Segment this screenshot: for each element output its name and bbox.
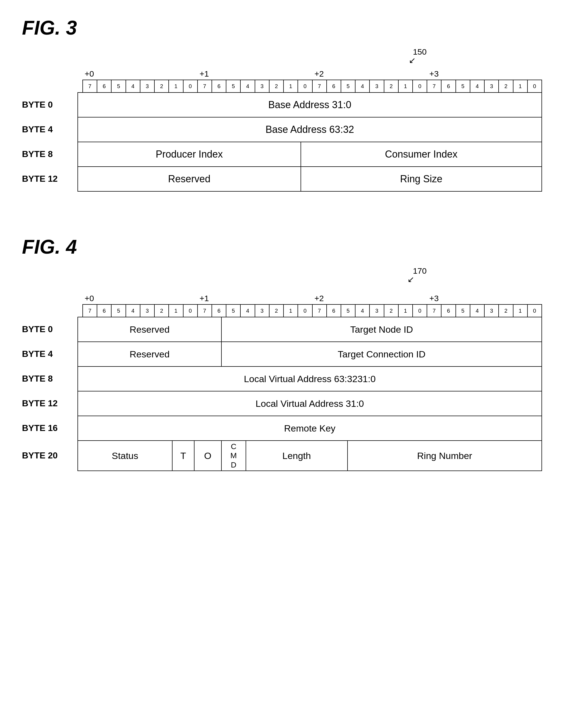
fig3-offset-0: +0 <box>82 69 197 79</box>
bit-7a: 7 <box>83 80 97 92</box>
fig4-offset-0: +0 <box>82 294 197 303</box>
fig4-local-virtual-addr-low: Local Virtual Address 31:0 <box>78 391 542 416</box>
bit-6a: 6 <box>97 80 111 92</box>
bit-1b: 1 <box>284 80 298 92</box>
fig4-row-byte16: Remote Key <box>78 416 542 441</box>
bit-3b: 3 <box>255 80 269 92</box>
fig3-offset-2: +2 <box>313 69 427 79</box>
fig3-offset-1: +1 <box>197 69 312 79</box>
bit-4b: 4 <box>241 80 255 92</box>
fig4-remote-key: Remote Key <box>78 416 542 441</box>
fig4-length: Length <box>246 441 348 471</box>
bit-5d: 5 <box>456 80 470 92</box>
fig3-data-table: Base Address 31:0 Base Address 63:32 Pro… <box>77 92 542 192</box>
fig4-byte0-label: BYTE 0 <box>22 317 77 341</box>
fig4-local-virtual-addr-high: Local Virtual Address 63:3231:0 <box>78 366 542 391</box>
fig3-offset-row: +0 +1 +2 +3 <box>82 69 542 79</box>
fig3-diagram: FIG. 3 150 ↙ +0 +1 +2 +3 7 6 5 4 3 2 1 0… <box>22 16 542 192</box>
fig3-arrow: ↙ <box>409 55 416 65</box>
fig4-byte20-label: BYTE 20 <box>22 440 77 471</box>
bit-7b: 7 <box>198 80 212 92</box>
fig3-reserved: Reserved <box>78 167 301 191</box>
fig4-o: O <box>194 441 221 471</box>
fig4-byte0-reserved: Reserved <box>78 317 221 342</box>
fig4-offset-2: +2 <box>313 294 427 303</box>
fig4-arrow: ↙ <box>408 275 414 284</box>
fig4-cmd: CMD <box>221 441 246 471</box>
bit-7c: 7 <box>313 80 327 92</box>
bit-2b: 2 <box>269 80 284 92</box>
fig4-bit-row: 7 6 5 4 3 2 1 0 7 6 5 4 3 2 1 0 7 6 5 4 … <box>82 304 542 317</box>
fig4-status: Status <box>78 441 172 471</box>
fig4-callout: 170 <box>413 266 427 276</box>
bit-2c: 2 <box>384 80 399 92</box>
fig4-row-byte8: Local Virtual Address 63:3231:0 <box>78 366 542 391</box>
fig4-row-byte4: Reserved Target Connection ID <box>78 342 542 366</box>
bit-4d: 4 <box>470 80 485 92</box>
fig3-title: FIG. 3 <box>22 16 542 39</box>
fig3-byte8-label: BYTE 8 <box>22 142 77 166</box>
fig3-table: BYTE 0 BYTE 4 BYTE 8 BYTE 12 Base Addres… <box>22 92 542 192</box>
fig3-byte0-label: BYTE 0 <box>22 92 77 117</box>
bit-1d: 1 <box>513 80 528 92</box>
fig4-byte16-label: BYTE 16 <box>22 416 77 440</box>
fig4-t: T <box>172 441 194 471</box>
bit-0d: 0 <box>528 80 542 92</box>
fig3-producer-index: Producer Index <box>78 142 301 167</box>
fig4-diagram: FIG. 4 170 ↙ +0 +1 +2 +3 7 6 5 4 3 2 1 0… <box>22 236 542 471</box>
fig4-header: +0 +1 +2 +3 7 6 5 4 3 2 1 0 7 6 5 4 3 2 … <box>82 294 542 317</box>
bit-2d: 2 <box>499 80 513 92</box>
fig3-callout: 150 <box>413 47 427 57</box>
fig4-byte4-reserved: Reserved <box>78 342 221 366</box>
bit-6b: 6 <box>212 80 226 92</box>
bit-2a: 2 <box>155 80 169 92</box>
fig4-target-node-id: Target Node ID <box>221 317 542 342</box>
bit-6d: 6 <box>442 80 456 92</box>
bit-1c: 1 <box>399 80 413 92</box>
bit-3d: 3 <box>485 80 499 92</box>
bit-6c: 6 <box>327 80 341 92</box>
fig3-byte4-label: BYTE 4 <box>22 117 77 142</box>
fig4-byte12-label: BYTE 12 <box>22 391 77 416</box>
fig4-data-table: Reserved Target Node ID Reserved Target … <box>77 317 542 471</box>
fig4-byte8-label: BYTE 8 <box>22 366 77 391</box>
fig3-ring-size: Ring Size <box>301 167 542 191</box>
fig3-byte-labels: BYTE 0 BYTE 4 BYTE 8 BYTE 12 <box>22 92 77 192</box>
fig3-byte12-label: BYTE 12 <box>22 166 77 191</box>
bit-1a: 1 <box>169 80 183 92</box>
fig3-row-byte0: Base Address 31:0 <box>78 93 542 117</box>
bit-4a: 4 <box>126 80 140 92</box>
fig4-row-byte20: Status T O CMD Length Ring Number <box>78 441 542 471</box>
fig4-ring-number: Ring Number <box>348 441 542 471</box>
fig4-table: BYTE 0 BYTE 4 BYTE 8 BYTE 12 BYTE 16 BYT… <box>22 317 542 471</box>
fig3-row-byte4: Base Address 63:32 <box>78 117 542 142</box>
fig4-offset-1: +1 <box>197 294 312 303</box>
fig3-header: +0 +1 +2 +3 7 6 5 4 3 2 1 0 7 6 5 4 3 2 … <box>82 69 542 92</box>
fig3-consumer-index: Consumer Index <box>301 142 542 167</box>
bit-5c: 5 <box>341 80 356 92</box>
bit-5b: 5 <box>226 80 241 92</box>
bit-0a: 0 <box>183 80 198 92</box>
fig3-bit-row: 7 6 5 4 3 2 1 0 7 6 5 4 3 2 1 0 7 6 5 4 … <box>82 80 542 92</box>
fig4-offset-row: +0 +1 +2 +3 <box>82 294 542 303</box>
fig4-title: FIG. 4 <box>22 236 542 258</box>
fig4-target-connection-id: Target Connection ID <box>221 342 542 366</box>
bit-3a: 3 <box>140 80 155 92</box>
bit-0c: 0 <box>413 80 427 92</box>
fig3-offset-3: +3 <box>427 69 542 79</box>
bit-7d: 7 <box>427 80 442 92</box>
fig4-row-byte0: Reserved Target Node ID <box>78 317 542 342</box>
fig3-row-byte12: Reserved Ring Size <box>78 167 542 191</box>
bit-5a: 5 <box>111 80 126 92</box>
fig4-offset-3: +3 <box>427 294 542 303</box>
fig3-base-addr-31-0: Base Address 31:0 <box>78 93 542 117</box>
fig4-byte4-label: BYTE 4 <box>22 341 77 366</box>
bit-3c: 3 <box>370 80 384 92</box>
fig4-row-byte12: Local Virtual Address 31:0 <box>78 391 542 416</box>
bit-0b: 0 <box>298 80 313 92</box>
bit-4c: 4 <box>356 80 370 92</box>
fig3-row-byte8: Producer Index Consumer Index <box>78 142 542 167</box>
fig4-byte-labels: BYTE 0 BYTE 4 BYTE 8 BYTE 12 BYTE 16 BYT… <box>22 317 77 471</box>
fig3-base-addr-63-32: Base Address 63:32 <box>78 117 542 142</box>
